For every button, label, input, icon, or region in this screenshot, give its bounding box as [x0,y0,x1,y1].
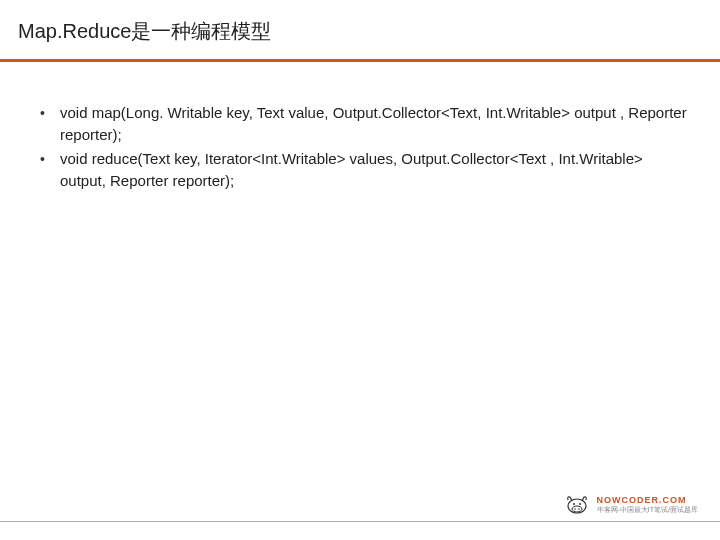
bullet-text: void reduce(Text key, Iterator<Int.Writa… [60,148,690,192]
bullet-dot-icon: • [38,102,60,124]
logo-text: NOWCODER.COM 牛客网-中国最大IT笔试/面试题库 [597,496,699,513]
bullet-list: • void map(Long. Writable key, Text valu… [38,102,690,192]
cow-logo-icon [563,492,591,516]
logo-main-text: NOWCODER.COM [597,496,699,505]
logo-block: NOWCODER.COM 牛客网-中国最大IT笔试/面试题库 [563,492,699,516]
footer-divider [0,521,720,522]
slide-title: Map.Reduce是一种编程模型 [0,18,720,59]
bullet-dot-icon: • [38,148,60,170]
bullet-text: void map(Long. Writable key, Text value,… [60,102,690,146]
svg-point-3 [578,508,580,510]
footer: NOWCODER.COM 牛客网-中国最大IT笔试/面试题库 [0,521,720,522]
svg-point-5 [579,503,581,505]
list-item: • void reduce(Text key, Iterator<Int.Wri… [38,148,690,192]
slide-container: Map.Reduce是一种编程模型 • void map(Long. Writa… [0,0,720,540]
logo-sub-text: 牛客网-中国最大IT笔试/面试题库 [597,506,699,513]
svg-point-1 [572,506,582,512]
svg-point-4 [573,503,575,505]
list-item: • void map(Long. Writable key, Text valu… [38,102,690,146]
content-area: • void map(Long. Writable key, Text valu… [0,62,720,192]
svg-point-2 [574,508,576,510]
